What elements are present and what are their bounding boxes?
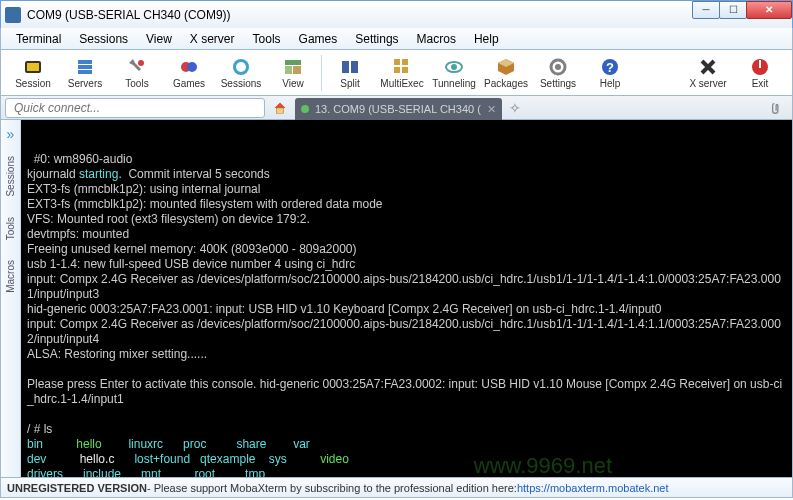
sidebar-tab-sessions[interactable]: Sessions bbox=[3, 146, 18, 207]
toolbar-label: View bbox=[282, 78, 304, 89]
toolbar-label: Games bbox=[173, 78, 205, 89]
menu-tools[interactable]: Tools bbox=[244, 30, 290, 48]
view-icon bbox=[283, 57, 303, 77]
toolbar-label: Tools bbox=[125, 78, 148, 89]
svg-rect-26 bbox=[759, 60, 761, 68]
toolbar-session-button[interactable]: Session bbox=[7, 52, 59, 94]
svg-rect-4 bbox=[78, 70, 92, 74]
toolbar-settings-button[interactable]: Settings bbox=[532, 52, 584, 94]
toolbar-tools-button[interactable]: Tools bbox=[111, 52, 163, 94]
minimize-button[interactable]: ─ bbox=[692, 1, 720, 19]
window-titlebar: COM9 (USB-SERIAL CH340 (COM9)) ─ ☐ ✕ bbox=[0, 0, 793, 28]
svg-rect-18 bbox=[402, 67, 408, 73]
toolbar-label: Exit bbox=[752, 78, 769, 89]
menu-macros[interactable]: Macros bbox=[408, 30, 465, 48]
games-icon bbox=[179, 57, 199, 77]
menu-settings[interactable]: Settings bbox=[346, 30, 407, 48]
status-bar: UNREGISTERED VERSION - Please support Mo… bbox=[0, 478, 793, 498]
sessions-icon bbox=[231, 57, 251, 77]
app-icon bbox=[5, 7, 21, 23]
toolbar-split-button[interactable]: Split bbox=[324, 52, 376, 94]
toolbar-label: Split bbox=[340, 78, 359, 89]
exit-icon bbox=[750, 57, 770, 77]
session-status-icon bbox=[301, 105, 309, 113]
svg-text:?: ? bbox=[606, 60, 614, 75]
toolbar-label: X server bbox=[689, 78, 726, 89]
toolbar-packages-button[interactable]: Packages bbox=[480, 52, 532, 94]
tab-close-icon[interactable]: ✕ bbox=[487, 103, 496, 116]
menu-x-server[interactable]: X server bbox=[181, 30, 244, 48]
window-title: COM9 (USB-SERIAL CH340 (COM9)) bbox=[27, 8, 693, 22]
svg-point-7 bbox=[187, 62, 197, 72]
toolbar-games-button[interactable]: Games bbox=[163, 52, 215, 94]
sidebar-tab-macros[interactable]: Macros bbox=[3, 250, 18, 303]
status-link[interactable]: https://mobaxterm.mobatek.net bbox=[517, 482, 669, 494]
toolbar-label: Packages bbox=[484, 78, 528, 89]
close-button[interactable]: ✕ bbox=[746, 1, 792, 19]
xserver-icon bbox=[698, 57, 718, 77]
toolbar-label: Tunneling bbox=[432, 78, 476, 89]
settings-icon bbox=[548, 57, 568, 77]
svg-rect-15 bbox=[394, 59, 400, 65]
sidebar-tab-tools[interactable]: Tools bbox=[3, 207, 18, 250]
help-icon: ? bbox=[600, 57, 620, 77]
svg-rect-13 bbox=[342, 61, 349, 73]
tab-label: 13. COM9 (USB-SERIAL CH340 ( bbox=[315, 103, 481, 115]
toolbar-multiexec-button[interactable]: MultiExec bbox=[376, 52, 428, 94]
packages-icon bbox=[496, 57, 516, 77]
toolbar-tunneling-button[interactable]: Tunneling bbox=[428, 52, 480, 94]
tab-row: 13. COM9 (USB-SERIAL CH340 ( ✕ ✧ bbox=[0, 96, 793, 120]
terminal-output[interactable]: #0: wm8960-audio kjournald starting. Com… bbox=[21, 120, 792, 477]
svg-rect-3 bbox=[78, 65, 92, 69]
toolbar-servers-button[interactable]: Servers bbox=[59, 52, 111, 94]
status-text: - Please support MobaXterm by subscribin… bbox=[147, 482, 517, 494]
split-icon bbox=[340, 57, 360, 77]
sidebar: »SessionsToolsMacros bbox=[1, 120, 21, 477]
menu-bar: TerminalSessionsViewX serverToolsGamesSe… bbox=[0, 28, 793, 50]
quick-connect-input[interactable] bbox=[5, 98, 265, 118]
session-icon bbox=[23, 57, 43, 77]
multiexec-icon bbox=[392, 57, 412, 77]
toolbar-label: Session bbox=[15, 78, 51, 89]
svg-point-20 bbox=[451, 64, 457, 70]
svg-point-5 bbox=[138, 60, 144, 66]
menu-view[interactable]: View bbox=[137, 30, 181, 48]
sidebar-expand-icon[interactable]: » bbox=[7, 122, 15, 146]
svg-rect-27 bbox=[277, 108, 284, 113]
svg-rect-10 bbox=[285, 60, 301, 65]
menu-help[interactable]: Help bbox=[465, 30, 508, 48]
tools-icon bbox=[127, 57, 147, 77]
attach-icon[interactable] bbox=[770, 96, 784, 119]
maximize-button[interactable]: ☐ bbox=[719, 1, 747, 19]
tunneling-icon bbox=[444, 57, 464, 77]
toolbar-label: Servers bbox=[68, 78, 102, 89]
svg-rect-14 bbox=[351, 61, 358, 73]
session-tab[interactable]: 13. COM9 (USB-SERIAL CH340 ( ✕ bbox=[295, 98, 502, 120]
home-tab-icon[interactable] bbox=[269, 98, 291, 118]
toolbar-sessions-button[interactable]: Sessions bbox=[215, 52, 267, 94]
svg-rect-12 bbox=[293, 66, 301, 74]
new-tab-button[interactable]: ✧ bbox=[506, 99, 524, 117]
toolbar-label: MultiExec bbox=[380, 78, 423, 89]
menu-sessions[interactable]: Sessions bbox=[70, 30, 137, 48]
toolbar-help-button[interactable]: ?Help bbox=[584, 52, 636, 94]
svg-rect-17 bbox=[394, 67, 400, 73]
svg-rect-1 bbox=[27, 63, 39, 71]
toolbar-exit-button[interactable]: Exit bbox=[734, 52, 786, 94]
menu-terminal[interactable]: Terminal bbox=[7, 30, 70, 48]
toolbar: SessionServersToolsGamesSessionsViewSpli… bbox=[0, 50, 793, 96]
toolbar-label: Help bbox=[600, 78, 621, 89]
svg-rect-16 bbox=[402, 59, 408, 65]
main-area: »SessionsToolsMacros #0: wm8960-audio kj… bbox=[0, 120, 793, 478]
svg-rect-2 bbox=[78, 60, 92, 64]
toolbar-view-button[interactable]: View bbox=[267, 52, 319, 94]
toolbar-x-server-button[interactable]: X server bbox=[682, 52, 734, 94]
svg-point-9 bbox=[236, 62, 246, 72]
menu-games[interactable]: Games bbox=[290, 30, 347, 48]
toolbar-label: Settings bbox=[540, 78, 576, 89]
servers-icon bbox=[75, 57, 95, 77]
toolbar-label: Sessions bbox=[221, 78, 262, 89]
status-version-label: UNREGISTERED VERSION bbox=[7, 482, 147, 494]
svg-rect-11 bbox=[285, 66, 292, 74]
svg-point-22 bbox=[555, 64, 561, 70]
